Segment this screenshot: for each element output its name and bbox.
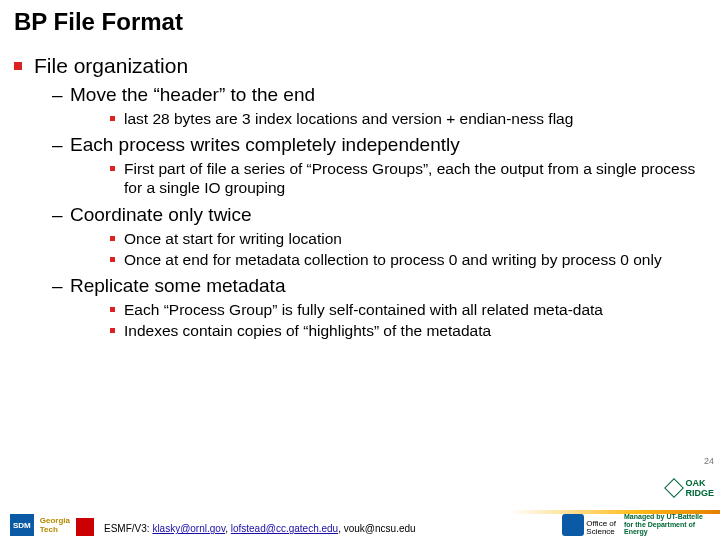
bullet-l3: First part of file a series of “Process … [70,159,706,198]
sdm-logo: SDM [10,514,34,536]
leaf-icon [665,478,685,498]
managed-by-text: Managed by UT-Battelle for the Departmen… [624,513,714,536]
ornl-logo: OAK RIDGE [667,478,714,498]
bullet-l2-text: Each process writes completely independe… [70,134,460,155]
ornl-text: OAK RIDGE [685,478,714,498]
bullet-l3: Indexes contain copies of “highlights” o… [70,321,706,340]
slide: BP File Format File organization Move th… [0,0,720,540]
ncsu-logo [76,518,94,536]
bullet-list: File organization Move the “header” to t… [14,54,706,341]
gatech-logo: Georgia Tech [40,514,70,536]
bullet-l3: Each “Process Group” is fully self-conta… [70,300,706,319]
slide-title: BP File Format [14,8,706,36]
bullet-l3: Once at start for writing location [70,229,706,248]
footer-prefix: ESMF/V3: [104,523,152,534]
bullet-l2: Each process writes completely independe… [34,134,706,198]
bullet-l2: Move the “header” to the end last 28 byt… [34,84,706,128]
footer-email-link[interactable]: lofstead@cc.gatech.edu [231,523,338,534]
bullet-l2-text: Move the “header” to the end [70,84,315,105]
bullet-l2-text: Coordinate only twice [70,204,252,225]
bullet-l3: last 28 bytes are 3 index locations and … [70,109,706,128]
science-logo-text: Office of Science [586,520,616,536]
bullet-l1-text: File organization [34,54,188,77]
footer-right: 24 Office of Science Managed by UT-Batte… [550,496,720,536]
footer-logos-left: SDM Georgia Tech [0,514,94,536]
bullet-l2: Replicate some metadata Each “Process Gr… [34,275,706,341]
footer: SDM Georgia Tech ESMF/V3: klasky@ornl.go… [0,496,720,536]
bullet-l2-text: Replicate some metadata [70,275,285,296]
footer-sep: , vouk@ncsu.edu [338,523,415,534]
science-logo-icon [562,514,584,536]
footer-email-link[interactable]: klasky@ornl.gov [152,523,225,534]
bullet-l2: Coordinate only twice Once at start for … [34,204,706,270]
slide-number: 24 [704,456,714,466]
bullet-l3: Once at end for metadata collection to p… [70,250,706,269]
footer-contact: ESMF/V3: klasky@ornl.gov, lofstead@cc.ga… [94,523,550,536]
sdm-logo-text: SDM [13,521,31,530]
bullet-l1: File organization Move the “header” to t… [14,54,706,341]
